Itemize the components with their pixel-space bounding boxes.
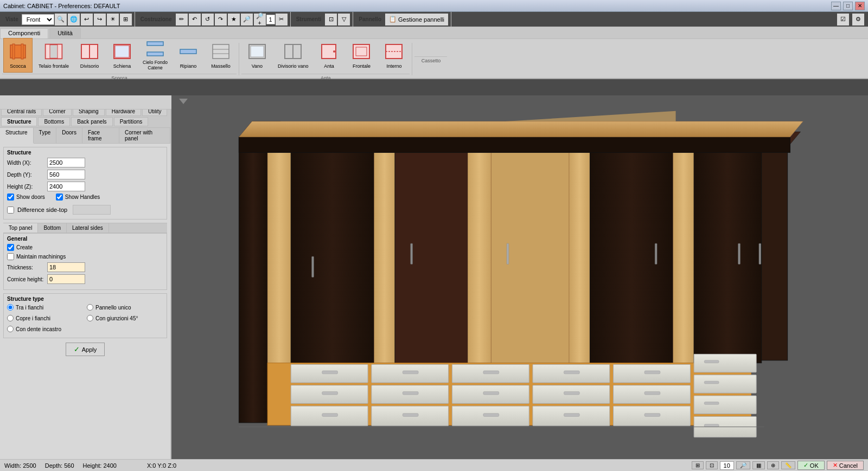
view-btn-6[interactable]: ⊞ (120, 14, 132, 25)
width-input[interactable] (47, 158, 85, 167)
view-btn-2[interactable]: 🌐 (68, 14, 80, 25)
tab-structure[interactable]: Structure (1, 117, 37, 126)
svg-rect-5 (58, 44, 62, 59)
svg-rect-10 (147, 42, 163, 46)
radio-copre-input[interactable] (7, 315, 14, 321)
costruzione-btn-6[interactable]: 🔎 (241, 14, 253, 25)
status-grid-btn[interactable]: ▦ (752, 461, 765, 469)
view-btn-4[interactable]: ↪ (94, 14, 106, 25)
ribbon-item-schiena[interactable]: Schiena (107, 38, 137, 73)
ribbon-item-massello[interactable]: Massello (206, 38, 235, 73)
costruzione-btn-3[interactable]: ↺ (202, 14, 214, 25)
view-btn-1[interactable]: 🔍 (55, 14, 67, 25)
thickness-input[interactable] (47, 262, 85, 272)
svg-rect-57 (483, 371, 499, 374)
view-btn-3[interactable]: ↩ (81, 14, 93, 25)
zoom-btn[interactable]: 🔎 (736, 461, 750, 469)
costruzione-btn-1[interactable]: ✏ (176, 14, 188, 25)
status-measure-btn[interactable]: 📏 (781, 461, 795, 469)
costruzione-btn-8[interactable]: ✂ (276, 14, 288, 25)
ribbon-item-cielo[interactable]: Cielo FondoCatene (140, 38, 170, 73)
gestione-pannelli-btn[interactable]: 📋 Gestione pannelli (385, 14, 448, 25)
view-btn-5[interactable]: ☀ (107, 14, 119, 25)
radio-tra-label: Tra i fianchi (16, 305, 43, 311)
radio-dente-input[interactable] (7, 326, 14, 332)
tab-utilita[interactable]: Utilità (49, 28, 81, 38)
radio-tra-input[interactable] (7, 304, 14, 311)
ok-button[interactable]: ✓ OK (797, 461, 825, 470)
structure-type-col1: Tra i fianchi Copre i fianchi Con dente … (7, 304, 84, 334)
proptab-structure[interactable]: Structure (0, 128, 34, 144)
costruzione-btn-4[interactable]: ↷ (215, 14, 227, 25)
ribbon-item-anta[interactable]: Anta (314, 38, 343, 73)
svg-rect-85 (704, 402, 719, 405)
bottom-tab-bottom[interactable]: Bottom (38, 223, 67, 233)
strumenti-btn-2[interactable]: ▽ (338, 14, 350, 25)
bottom-tab-top[interactable]: Top panel (3, 223, 38, 233)
maximize-button[interactable]: □ (843, 2, 853, 10)
tab-bottoms[interactable]: Bottoms (38, 117, 70, 126)
general-group: General Create Maintain machinings Thick… (3, 233, 167, 290)
height-input[interactable] (47, 182, 85, 191)
ribbon-item-frontale[interactable]: Frontale (347, 38, 376, 73)
proptab-corner[interactable]: Corner with panel (119, 128, 170, 143)
costruzione-btn-7[interactable]: 🔎+ (254, 14, 266, 25)
anta-items: Vano Divisorio vano (241, 38, 410, 73)
depth-input[interactable] (47, 170, 85, 179)
proptab-type[interactable]: Type (34, 128, 57, 143)
ribbon-item-ripiano[interactable]: Ripiano (174, 38, 203, 73)
tab-componenti[interactable]: Componenti (0, 28, 48, 38)
ribbon-item-scocca[interactable]: Scocca (3, 38, 33, 73)
costruzione-btn-2[interactable]: ↶ (189, 14, 201, 25)
ribbon-item-interno[interactable]: Interno (379, 38, 409, 73)
show-doors-label: Show doors (16, 194, 45, 200)
svg-rect-12 (180, 49, 196, 54)
depth-row: Depth (Y): (7, 170, 163, 179)
close-button[interactable]: ✕ (855, 2, 865, 10)
status-snap-btn[interactable]: ⊕ (767, 461, 779, 469)
svg-rect-65 (322, 391, 338, 395)
strumenti-btn-1[interactable]: ⊡ (325, 14, 337, 25)
minimize-button[interactable]: — (831, 2, 841, 10)
tab-backpanels[interactable]: Back panels (71, 117, 112, 126)
apply-button[interactable]: ✓ Apply (66, 343, 105, 356)
gear-icon-top[interactable]: ⚙ (852, 14, 864, 25)
svg-rect-78 (564, 414, 579, 417)
maintain-label: Maintain machinings (16, 254, 66, 260)
show-doors-checkbox[interactable] (7, 193, 14, 201)
svg-rect-68 (564, 391, 579, 395)
radio-giunzioni-input[interactable] (87, 315, 93, 321)
tab-partitions[interactable]: Partitions (114, 117, 149, 126)
status-btn-1[interactable]: ⊞ (692, 461, 704, 469)
status-btn-2[interactable]: ⊡ (706, 461, 718, 469)
settings-icon-top[interactable]: ☑ (837, 14, 849, 25)
create-checkbox[interactable] (7, 244, 14, 251)
ribbon-item-divisorio[interactable]: Divisorio (75, 38, 104, 73)
costruzione-btn-5[interactable]: ★ (228, 14, 240, 25)
cornice-input[interactable] (47, 274, 85, 284)
telaio-label: Telaio frontale (39, 63, 69, 69)
ribbon-div-2 (412, 43, 412, 75)
bottom-tab-lateral[interactable]: Lateral sides (67, 223, 109, 233)
ribbon-item-vano[interactable]: Vano (242, 38, 272, 73)
diff-side-row: Difference side-top (7, 205, 163, 215)
structure-type-group: Structure type Tra i fianchi Copre i fia… (3, 293, 167, 338)
radio-pannello: Pannello unico (87, 304, 163, 311)
ribbon-item-divisorio-vano[interactable]: Divisorio vano (275, 38, 311, 73)
view-dropdown[interactable]: Front (22, 14, 54, 25)
show-handles-checkbox[interactable] (56, 193, 63, 201)
ribbon-content: Scocca Telaio frontale (0, 39, 868, 78)
ribbon-item-telaio[interactable]: Telaio frontale (36, 38, 72, 73)
status-depth: Depth: 560 (45, 462, 74, 469)
difference-side-checkbox[interactable] (7, 207, 14, 214)
viewport (171, 95, 868, 459)
radio-pannello-input[interactable] (87, 304, 93, 311)
svg-rect-4 (46, 44, 50, 59)
general-title: General (7, 236, 163, 242)
structure-group-title: Structure (7, 150, 163, 156)
proptab-faceframe[interactable]: Face frame (82, 128, 119, 143)
cancel-button[interactable]: ✕ Cancel (827, 461, 864, 470)
svg-rect-34 (411, 243, 413, 264)
maintain-checkbox[interactable] (7, 253, 14, 260)
proptab-doors[interactable]: Doors (56, 128, 82, 143)
